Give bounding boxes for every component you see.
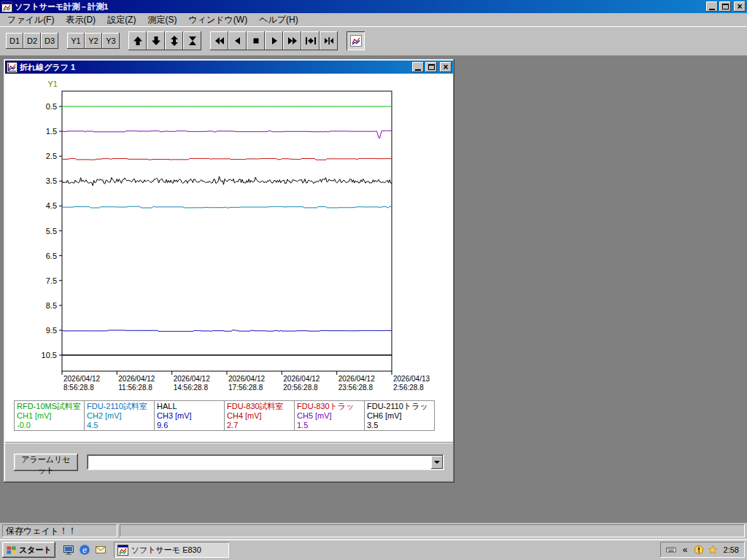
hourglass-icon [187, 35, 198, 47]
expand-range-button[interactable] [301, 31, 320, 50]
maximize-button[interactable] [719, 1, 731, 12]
y2-button[interactable]: Y2 [85, 33, 102, 49]
legend-cell-ch4: FDU-830試料室CH4 [mV]2.7 [224, 400, 295, 431]
alarm-bar: アラームリセット [5, 442, 453, 481]
graph-button[interactable] [347, 31, 365, 50]
legend-cell-ch1: RFD-10MS試料室CH1 [mV]-0.0 [14, 400, 85, 431]
ends-outward-icon [305, 35, 317, 47]
svg-text:2026/04/12: 2026/04/12 [283, 375, 320, 383]
menu-item-view[interactable]: 表示(D) [60, 13, 101, 27]
alarm-reset-button[interactable]: アラームリセット [14, 454, 78, 471]
menu-item-settings[interactable]: 設定(Z) [101, 13, 142, 27]
menu-item-measure[interactable]: 測定(S) [142, 13, 182, 27]
mdi-area: 折れ線グラフ 1 × Y10.51.52.53.54.55.56.57.58.5… [0, 55, 747, 523]
svg-text:4.5: 4.5 [46, 201, 57, 210]
alarm-combobox[interactable] [87, 454, 444, 470]
taskbar-clock[interactable]: 2:58 [722, 545, 739, 554]
y3-button[interactable]: Y3 [102, 33, 120, 49]
star-icon[interactable] [708, 545, 719, 556]
maximize-icon [428, 64, 435, 70]
app-icon [1, 1, 12, 12]
collapse-range-button[interactable] [320, 31, 338, 50]
step-backward-button[interactable] [228, 31, 247, 50]
combo-dropdown-button[interactable] [431, 456, 443, 469]
svg-text:2026/04/12: 2026/04/12 [228, 375, 265, 383]
alarm-combobox-value[interactable] [88, 456, 430, 469]
fast-forward-icon [287, 35, 298, 47]
graph-close-button[interactable]: × [440, 62, 452, 72]
legend-value: 9.6 [157, 421, 222, 430]
quicklaunch-ie-icon[interactable]: e [77, 542, 92, 557]
svg-text:8.5: 8.5 [46, 301, 57, 310]
quicklaunch-mail-icon[interactable] [93, 542, 108, 557]
windows-flag-icon [6, 545, 17, 556]
legend-device: FDU-830トラッ [297, 402, 362, 411]
fast-backward-icon [214, 35, 225, 47]
keyboard-icon[interactable] [666, 545, 677, 556]
svg-text:Y1: Y1 [48, 79, 58, 88]
svg-text:2.5: 2.5 [46, 152, 57, 160]
svg-text:2026/04/12: 2026/04/12 [338, 375, 375, 383]
step-forward-icon [268, 35, 280, 47]
legend-device: FDU-2110トラッ [367, 402, 432, 411]
system-tray: « 2:58 [660, 542, 745, 558]
fast-backward-button[interactable] [210, 31, 228, 50]
svg-text:1.5: 1.5 [46, 127, 57, 136]
window-title: ソフトサーモ計測－計測1 [15, 1, 704, 12]
graph-maximize-button[interactable] [425, 62, 437, 72]
graph-icon [350, 35, 362, 47]
scroll-up-button[interactable] [128, 31, 147, 50]
arrow-up-icon [132, 35, 144, 47]
legend-value: -0.0 [17, 421, 82, 430]
menu-item-file[interactable]: ファイル(F) [1, 13, 60, 27]
menu-item-help[interactable]: ヘルプ(H) [253, 13, 304, 27]
menu-item-window[interactable]: ウィンドウ(W) [182, 13, 253, 27]
scroll-down-button[interactable] [147, 31, 165, 50]
chart-window-icon [7, 62, 18, 73]
legend-device: RFD-10MS試料室 [17, 402, 82, 411]
stop-button[interactable] [247, 31, 265, 50]
tray-icons: « [666, 545, 719, 556]
legend-cell-ch3: HALLCH3 [mV]9.6 [154, 400, 225, 431]
close-button[interactable]: × [734, 1, 746, 12]
minimize-icon [415, 69, 421, 71]
chevron-down-icon [434, 461, 440, 467]
step-forward-button[interactable] [265, 31, 283, 50]
graph-minimize-button[interactable] [412, 62, 424, 72]
line-chart: Y10.51.52.53.54.55.56.57.58.59.510.52026… [11, 78, 446, 394]
graph-window-title-bar[interactable]: 折れ線グラフ 1 × [5, 61, 453, 74]
graph-window-client: Y10.51.52.53.54.55.56.57.58.59.510.52026… [5, 74, 453, 481]
fast-forward-button[interactable] [283, 31, 301, 50]
svg-text:e: e [82, 545, 87, 554]
arrow-up-down-icon [169, 35, 180, 47]
hourglass-button[interactable] [183, 31, 201, 50]
legend-value: 4.5 [87, 421, 152, 430]
d2-button[interactable]: D2 [23, 33, 41, 49]
quicklaunch-desktop-icon[interactable] [61, 542, 76, 557]
fit-vertical-button[interactable] [165, 31, 183, 50]
step-backward-icon [232, 35, 244, 47]
status-message: 保存ウェイト！！ [2, 524, 117, 537]
legend-channel: CH2 [mV] [87, 411, 152, 421]
svg-text:5.5: 5.5 [46, 227, 57, 236]
quick-launch: e [58, 542, 111, 557]
chevrons-left-icon[interactable]: « [680, 545, 691, 556]
svg-text:2026/04/12: 2026/04/12 [174, 375, 210, 383]
minimize-button[interactable] [706, 1, 718, 12]
start-label: スタート [19, 545, 52, 556]
application-window: ソフトサーモ計測－計測1 × ファイル(F)表示(D)設定(Z)測定(S)ウィン… [0, 0, 747, 560]
legend-value: 3.5 [367, 421, 432, 430]
title-bar: ソフトサーモ計測－計測1 × [0, 0, 747, 13]
taskbar-task-button[interactable]: ソフトサーモ E830 [114, 542, 229, 558]
ends-inward-icon [323, 35, 335, 47]
legend-channel: CH6 [mV] [367, 411, 432, 421]
svg-text:11:56:28.8: 11:56:28.8 [118, 384, 152, 392]
legend-device: FDU-2110試料室 [87, 402, 152, 411]
d3-button[interactable]: D3 [41, 33, 58, 49]
start-button[interactable]: スタート [2, 542, 55, 558]
legend-channel: CH5 [mV] [297, 411, 362, 421]
legend-value: 2.7 [227, 421, 292, 430]
y1-button[interactable]: Y1 [67, 33, 85, 49]
warning-icon[interactable] [694, 545, 705, 556]
d1-button[interactable]: D1 [6, 33, 23, 49]
